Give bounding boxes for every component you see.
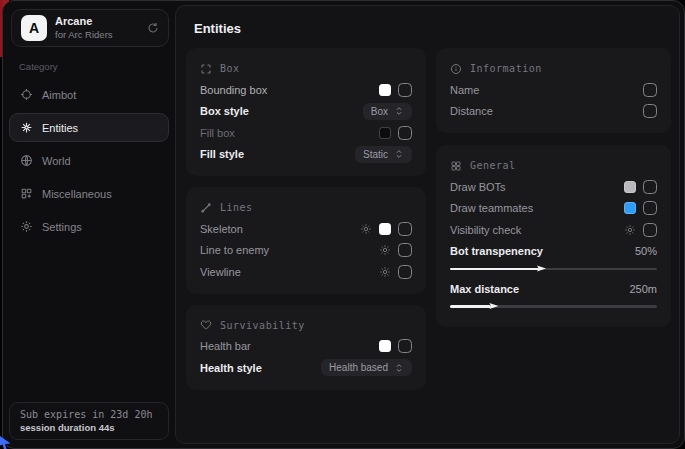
- draw-teammates-checkbox[interactable]: [643, 201, 657, 215]
- sidebar-item-world[interactable]: World: [9, 146, 169, 175]
- bounding-box-color-swatch[interactable]: [379, 84, 391, 96]
- configure-icon[interactable]: [624, 224, 636, 236]
- section-general: General Draw BOTs Draw teammates: [436, 145, 671, 327]
- crosshair-icon: [20, 88, 33, 101]
- setting-row-name: Name: [450, 79, 657, 101]
- sidebar-item-miscellaneous[interactable]: Miscellaneous: [9, 179, 169, 208]
- globe-icon: [20, 154, 33, 167]
- subscription-card: Sub expires in 23d 20h session duration …: [9, 402, 169, 440]
- app-logo: A: [21, 15, 47, 41]
- sidebar-item-label: Aimbot: [42, 89, 76, 101]
- setting-row-line-to-enemy: Line to enemy: [200, 240, 412, 262]
- sidebar-item-label: Settings: [42, 221, 82, 233]
- section-survivability: Survivability Health bar Health style He…: [186, 305, 426, 390]
- distance-checkbox[interactable]: [643, 104, 657, 118]
- section-title: Lines: [220, 202, 253, 213]
- section-lines: Lines Skeleton Line to enemy: [186, 187, 426, 294]
- setting-row-skeleton: Skeleton: [200, 218, 412, 240]
- configure-icon[interactable]: [379, 244, 391, 256]
- app-header-card: A Arcane for Arc Riders: [11, 9, 169, 47]
- setting-row-visibility-check: Visibility check: [450, 219, 657, 241]
- bounding-box-checkbox[interactable]: [398, 83, 412, 97]
- main-panel: Entities Box Bounding box: [175, 5, 680, 444]
- box-style-dropdown[interactable]: Box: [363, 103, 412, 120]
- grid-icon: [450, 160, 462, 172]
- gear-icon: [20, 220, 33, 233]
- app-subtitle: for Arc Riders: [55, 29, 139, 41]
- entities-icon: [20, 121, 33, 134]
- sidebar-item-settings[interactable]: Settings: [9, 212, 169, 241]
- app-title: Arcane: [55, 15, 139, 29]
- setting-row-draw-bots: Draw BOTs: [450, 176, 657, 198]
- setting-row-box-style: Box style Box: [200, 101, 412, 123]
- bot-transparency-value: 50%: [635, 245, 657, 257]
- frame-corners-icon: [200, 63, 212, 75]
- draw-bots-color-swatch[interactable]: [624, 181, 636, 193]
- health-style-dropdown[interactable]: Health based: [321, 359, 412, 376]
- max-distance-slider[interactable]: [450, 302, 657, 311]
- setting-row-viewline: Viewline: [200, 261, 412, 283]
- bot-transparency-slider[interactable]: [450, 264, 657, 273]
- setting-row-health-style: Health style Health based: [200, 357, 412, 379]
- heart-icon: [200, 319, 212, 331]
- setting-row-fill-style: Fill style Static: [200, 144, 412, 166]
- app-logo-letter: A: [29, 20, 39, 36]
- sidebar-item-label: World: [42, 155, 71, 167]
- setting-row-bounding-box: Bounding box: [200, 79, 412, 101]
- widgets-icon: [20, 187, 33, 200]
- sidebar-item-label: Entities: [42, 122, 78, 134]
- setting-row-distance: Distance: [450, 101, 657, 123]
- visibility-check-checkbox[interactable]: [643, 223, 657, 237]
- sidebar: A Arcane for Arc Riders Category Aimbot …: [3, 1, 175, 448]
- line-to-enemy-checkbox[interactable]: [398, 243, 412, 257]
- info-icon: [450, 63, 462, 75]
- diagonal-line-icon: [200, 202, 212, 214]
- section-title: Information: [470, 63, 542, 74]
- configure-icon[interactable]: [360, 223, 372, 235]
- viewline-checkbox[interactable]: [398, 265, 412, 279]
- draw-teammates-color-swatch[interactable]: [624, 202, 636, 214]
- unfold-icon: [394, 149, 404, 159]
- page-title: Entities: [194, 21, 669, 36]
- configure-icon[interactable]: [379, 266, 391, 278]
- health-bar-color-swatch[interactable]: [379, 340, 391, 352]
- setting-row-fill-box: Fill box: [200, 122, 412, 144]
- name-checkbox[interactable]: [643, 83, 657, 97]
- fill-box-color-swatch[interactable]: [379, 127, 391, 139]
- skeleton-checkbox[interactable]: [398, 222, 412, 236]
- max-distance-value: 250m: [629, 283, 657, 295]
- unfold-icon: [394, 363, 404, 373]
- category-label: Category: [19, 61, 171, 72]
- session-duration-text: session duration 44s: [20, 422, 158, 433]
- section-title: Survivability: [220, 320, 305, 331]
- section-title: General: [470, 160, 516, 171]
- section-box: Box Bounding box Box style Box: [186, 48, 426, 176]
- sidebar-item-entities[interactable]: Entities: [9, 113, 169, 142]
- app-window: A Arcane for Arc Riders Category Aimbot …: [2, 0, 685, 449]
- setting-row-bot-transparency: Bot transpenency 50%: [450, 241, 657, 263]
- fill-box-checkbox[interactable]: [398, 126, 412, 140]
- section-information: Information Name Distance: [436, 48, 671, 133]
- sidebar-item-label: Miscellaneous: [42, 188, 112, 200]
- fill-style-dropdown[interactable]: Static: [355, 146, 412, 163]
- section-title: Box: [220, 63, 240, 74]
- setting-row-draw-teammates: Draw teammates: [450, 198, 657, 220]
- sidebar-item-aimbot[interactable]: Aimbot: [9, 80, 169, 109]
- skeleton-color-swatch[interactable]: [379, 223, 391, 235]
- health-bar-checkbox[interactable]: [398, 339, 412, 353]
- setting-row-max-distance: Max distance 250m: [450, 278, 657, 300]
- draw-bots-checkbox[interactable]: [643, 180, 657, 194]
- refresh-icon[interactable]: [147, 22, 159, 34]
- sub-expiry-text: Sub expires in 23d 20h: [20, 409, 158, 420]
- setting-row-health-bar: Health bar: [200, 336, 412, 358]
- unfold-icon: [394, 106, 404, 116]
